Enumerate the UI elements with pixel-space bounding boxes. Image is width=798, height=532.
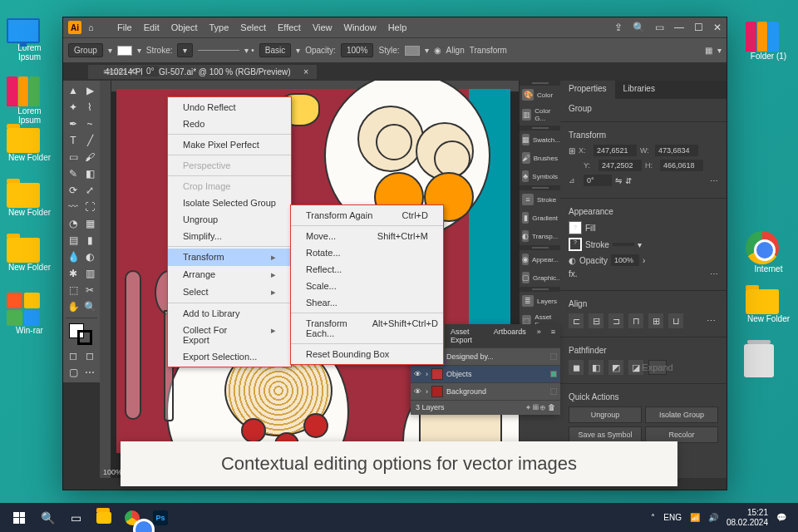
ctx-move[interactable]: Move...Shift+Ctrl+M [291, 228, 443, 244]
rotate-icon[interactable]: ⟲ [131, 66, 137, 76]
dock-color[interactable]: 🎨Color [520, 86, 560, 104]
maximize-icon[interactable]: ☐ [694, 22, 703, 33]
ctx-arrange[interactable]: Arrange▸ [168, 266, 291, 283]
desktop-icon-folder[interactable]: New Folder [7, 128, 52, 162]
style-swatch[interactable] [405, 46, 420, 56]
tray-wifi-icon[interactable]: 📶 [690, 513, 700, 522]
rotate-tool[interactable]: ⟳ [66, 183, 81, 198]
taskbar-chrome-icon[interactable] [118, 504, 146, 532]
minimize-icon[interactable]: — [674, 22, 684, 33]
align-hcenter-icon[interactable]: ⊟ [589, 313, 603, 328]
qa-ungroup-button[interactable]: Ungroup [569, 406, 642, 423]
more-options-icon[interactable]: ⋯ [710, 176, 718, 185]
qa-isolate-button[interactable]: Isolate Group [645, 406, 718, 423]
dock-appearance[interactable]: ◉Appear... [520, 250, 560, 268]
pf-minus-icon[interactable]: ◧ [589, 360, 603, 375]
visibility-icon[interactable]: 👁 [414, 370, 422, 378]
fill-box-icon[interactable]: ? [569, 221, 582, 234]
perspective-tool[interactable]: ▦ [82, 216, 97, 231]
reference-point-icon[interactable]: ⊞ [569, 146, 575, 155]
fx-label[interactable]: fx. [569, 269, 578, 278]
type-tool[interactable]: T [66, 133, 81, 148]
ctx-collect-export[interactable]: Collect For Export▸ [168, 322, 291, 348]
tray-language[interactable]: ENG [663, 513, 682, 522]
qa-save-symbol-button[interactable]: Save as Symbol [569, 426, 642, 443]
mesh-tool[interactable]: ▤ [66, 233, 81, 248]
ctx-transform[interactable]: Transform▸ [168, 249, 291, 266]
desktop-icon-chrome[interactable]: Internet [746, 231, 791, 273]
rect-mode-icon[interactable]: ▭▭▭ [103, 66, 126, 76]
tab-asset-export[interactable]: Asset Export [445, 324, 488, 347]
artboard-tool[interactable]: ⬚ [66, 283, 81, 298]
desktop-icon-recycle-bin[interactable] [744, 344, 790, 377]
dock-stroke[interactable]: ≡Stroke [520, 190, 560, 209]
selection-tool[interactable]: ▲ [66, 83, 81, 98]
pf-unite-icon[interactable]: ◼ [569, 360, 584, 375]
opacity-value[interactable]: 100% [341, 43, 374, 57]
hand-tool[interactable]: ✋ [66, 299, 81, 314]
menu-file[interactable]: File [111, 22, 138, 32]
gradient-tool[interactable]: ▮ [82, 233, 97, 248]
screen-mode-icon[interactable]: ▢ [66, 365, 81, 380]
transform-w[interactable]: 473,6834 [655, 145, 698, 156]
menu-edit[interactable]: Edit [138, 22, 165, 32]
ctx-reflect[interactable]: Reflect... [291, 261, 443, 278]
start-button[interactable] [5, 504, 33, 532]
dock-brushes[interactable]: 🖌Brushes [520, 149, 560, 167]
tray-chevron-icon[interactable]: ˄ [651, 513, 655, 522]
tray-notifications-icon[interactable]: 💬 [776, 513, 786, 522]
dock-gradient[interactable]: ▮Gradient [520, 209, 560, 227]
layers-actions[interactable]: ⌖ ▦ ⊕ 🗑 [526, 403, 555, 412]
rotate-value[interactable]: 0° [142, 66, 159, 76]
taskbar-search-icon[interactable]: 🔍 [33, 504, 62, 532]
desktop-icon-folder1[interactable]: Folder (1) [746, 18, 791, 61]
stroke-profile[interactable] [198, 50, 239, 51]
ctx-add-to-library[interactable]: Add to Library [168, 305, 291, 322]
width-tool[interactable]: 〰 [66, 200, 81, 214]
edit-toolbar-icon[interactable]: ⋯ [82, 365, 97, 380]
qa-recolor-button[interactable]: Recolor [645, 426, 718, 443]
curvature-tool[interactable]: ~ [82, 116, 97, 131]
ctx-redo[interactable]: Redo [168, 116, 291, 132]
stroke-weight[interactable]: ▾ [177, 43, 193, 57]
tray-volume-icon[interactable]: 🔊 [708, 513, 718, 522]
dock-graphic-styles[interactable]: ▢Graphic... [520, 268, 560, 287]
dock-symbols[interactable]: ♣Symbols [520, 167, 560, 185]
layer-row[interactable]: 👁›Background [411, 382, 560, 400]
pf-intersect-icon[interactable]: ◩ [608, 360, 623, 375]
blend-tool[interactable]: ◐ [82, 249, 97, 264]
taskbar-explorer-icon[interactable] [90, 504, 118, 532]
ctx-shear[interactable]: Shear... [291, 294, 443, 311]
arrange-icon[interactable]: ▭ [655, 22, 664, 33]
transform-angle[interactable]: 0° [584, 175, 612, 186]
dock-color-guide[interactable]: ▥Color G... [520, 104, 560, 126]
ctx-export-selection[interactable]: Export Selection... [168, 348, 291, 365]
pf-exclude-icon[interactable]: ◪ [628, 360, 643, 375]
tab-libraries[interactable]: Libraries [615, 81, 663, 99]
draw-normal-icon[interactable]: ◻ [66, 348, 81, 363]
layer-row[interactable]: 👁›Objects [411, 365, 560, 382]
stroke-box-icon[interactable]: ? [569, 238, 582, 251]
align-vcenter-icon[interactable]: ⊞ [648, 313, 663, 328]
draw-behind-icon[interactable]: ◻ [82, 348, 97, 363]
magic-wand-tool[interactable]: ✦ [66, 100, 81, 115]
taskbar-taskview-icon[interactable]: ▭ [62, 504, 90, 532]
selection-type[interactable]: Group [68, 43, 103, 57]
transform-x[interactable]: 247,6521 [594, 145, 637, 156]
flip-v-icon[interactable]: ⇵ [625, 176, 632, 185]
opacity-field[interactable]: 100% [611, 254, 639, 266]
paintbrush-tool[interactable]: 🖌 [82, 150, 97, 165]
align-top-icon[interactable]: ⊓ [628, 313, 643, 328]
fill-stroke-indicator[interactable] [66, 322, 97, 347]
isolate-icon[interactable]: ▦ [705, 46, 712, 55]
share-icon[interactable]: ⇪ [614, 22, 623, 33]
close-icon[interactable]: ✕ [713, 22, 722, 33]
graph-tool[interactable]: ▥ [82, 266, 97, 281]
shaper-tool[interactable]: ✎ [66, 166, 81, 181]
ctx-simplify[interactable]: Simplify... [168, 228, 291, 244]
ctx-isolate-group[interactable]: Isolate Selected Group [168, 195, 291, 211]
shape-builder-tool[interactable]: ◔ [66, 216, 81, 231]
menu-object[interactable]: Object [165, 22, 204, 32]
search-icon[interactable]: 🔍 [633, 22, 645, 33]
lasso-tool[interactable]: ⌇ [82, 100, 97, 115]
